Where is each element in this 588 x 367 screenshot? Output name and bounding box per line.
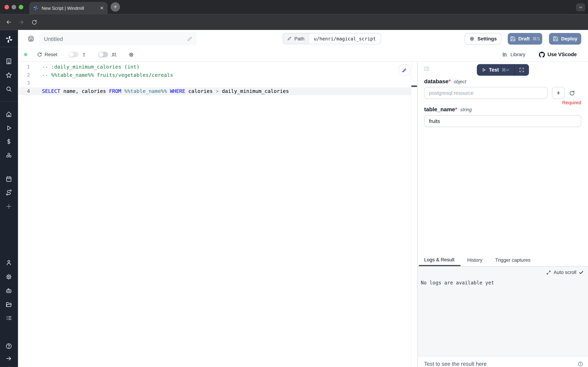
run-panel: Test ⌘↵ database* object + [417,62,588,367]
autoscroll-label: Auto scroll [554,270,576,275]
save-icon [510,36,516,42]
field-type: object [454,79,466,84]
sidebar-divider [0,101,18,102]
code-line: 3 [18,79,412,87]
path-value: u/henri/magical_script [309,33,381,44]
sidebar-item-runs[interactable] [5,124,13,132]
reload-icon[interactable] [28,19,41,25]
table-name-input[interactable] [424,115,581,127]
field-name: database* [424,78,451,84]
minimize-window-button[interactable] [12,5,16,9]
table-name-field-label: table_name* string [418,106,588,112]
sidebar-item-audit-logs[interactable] [5,315,13,322]
windmill-logo-icon[interactable] [5,35,13,43]
library-icon [502,52,508,57]
sidebar-item-schedules[interactable] [5,175,13,183]
path-label-segment: Path [283,33,309,44]
code-editor[interactable]: 1 -- :daily_minimum_calories (int) 2 -- … [18,62,417,367]
sidebar-expand-icon[interactable] [5,355,13,362]
script-header: Path u/henri/magical_script Settings Dra… [18,30,588,48]
sidebar-item-triggers[interactable] [5,189,13,196]
reset-icon [37,52,42,57]
sidebar-item-home[interactable] [5,110,13,118]
required-hint: Required [418,99,588,105]
path-widget[interactable]: Path u/henri/magical_script [283,33,381,44]
settings-button[interactable]: Settings [465,33,501,45]
code-line-active: 4 SELECT name, calories FROM %%table_nam… [18,87,412,95]
edit-pencil-icon[interactable] [187,36,192,42]
close-window-button[interactable] [5,5,9,9]
expand-icon [546,270,551,275]
logs-pane: Auto scroll No logs are available yet [418,267,588,357]
reset-label: Reset [45,52,57,57]
sidebar-item-folders[interactable] [5,301,13,309]
sidebar-item-workers[interactable] [5,287,13,295]
reset-button[interactable]: Reset [37,52,57,57]
browser-tab[interactable]: New Script | Windmill ✕ [29,2,108,14]
overview-ruler [411,62,412,367]
edit-pencil-icon [287,36,292,41]
zoom-window-button[interactable] [19,5,23,9]
database-field-label: database* object [418,78,588,84]
sidebar-item-favorites[interactable] [5,72,13,79]
sidebar-item-search[interactable] [5,85,13,93]
capture-button[interactable] [515,64,529,75]
editor-settings-gear-icon[interactable] [128,52,134,58]
code-text: SELECT name, calories FROM %%table_name%… [42,87,289,95]
code-text: -- :daily_minimum_calories (int) [42,63,140,71]
info-icon[interactable] [578,361,583,367]
draft-label: Draft [518,36,530,42]
code-area[interactable]: 1 -- :daily_minimum_calories (int) 2 -- … [18,63,412,95]
library-label: Library [511,52,525,57]
tab-history[interactable]: History [467,257,482,266]
use-vscode-button[interactable]: Use VScode [539,52,577,58]
sidebar-divider [0,47,18,47]
editor-toolbar: Reset Library [18,48,588,62]
new-tab-button[interactable]: + [111,2,120,12]
back-icon[interactable] [2,19,15,25]
library-button[interactable]: Library [502,52,525,57]
sidebar-item-variables[interactable] [5,138,13,146]
use-vscode-label: Use VScode [547,52,577,57]
tab-logs-result[interactable]: Logs & Result [419,257,461,266]
refresh-resources-icon[interactable] [569,90,575,96]
deploy-button[interactable]: Deploy [549,33,581,45]
autoscroll-control[interactable]: Auto scroll [421,270,584,275]
sidebar-item-add[interactable] [5,203,13,210]
diff-toggle[interactable] [69,52,78,57]
sidebar-item-workspace[interactable] [5,58,13,65]
capture-icon [519,67,525,73]
sidebar-item-help[interactable] [5,343,13,350]
sidebar-item-resources[interactable] [5,152,13,160]
field-name: table_name* [424,106,457,112]
test-button[interactable]: Test ⌘↵ [477,64,514,75]
status-dot [24,53,27,56]
database-resource-input[interactable] [424,87,548,99]
line-number: 1 [18,63,30,71]
result-tabs: Logs & Result History Trigger captures [418,254,588,267]
multiplayer-toggle[interactable] [98,52,108,57]
tab-trigger-captures[interactable]: Trigger captures [495,257,530,266]
sidebar-item-settings[interactable] [5,273,13,281]
tab-search-chevron-icon[interactable] [576,3,585,11]
no-logs-message: No logs are available yet [421,280,584,286]
screen: New Script | Windmill ✕ + app.windmill.d… [0,0,588,367]
add-resource-button[interactable]: + [552,87,565,99]
script-summary-input[interactable] [44,36,187,42]
line-number: 4 [18,87,30,95]
settings-label: Settings [478,36,497,42]
diff-icon [81,52,87,57]
collapse-panel-icon[interactable] [423,66,430,72]
sidebar-item-account[interactable] [5,259,13,267]
users-icon [111,52,117,58]
deploy-label: Deploy [561,36,577,42]
draft-button[interactable]: Draft ⌘S [508,33,542,45]
ai-assistant-button[interactable] [399,65,410,76]
tab-close-icon[interactable]: ✕ [100,5,104,11]
browser-tab-strip: New Script | Windmill ✕ + [0,0,588,14]
forward-icon[interactable] [15,19,28,25]
result-pane-header: Test to see the result here [418,357,588,367]
play-icon [481,67,486,72]
check-icon [579,270,584,275]
script-summary-field[interactable] [39,32,197,45]
